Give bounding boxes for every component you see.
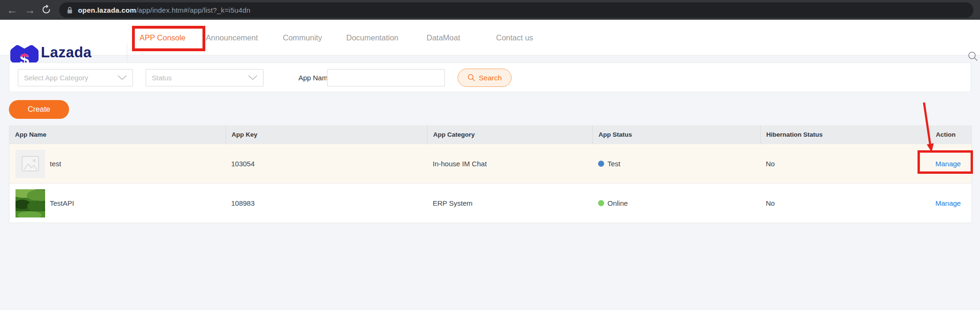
app-status-text: Test [607, 160, 621, 168]
app-name-label: App Name [291, 69, 332, 86]
nav-documentation[interactable]: Documentation [346, 20, 398, 55]
logo-title: Lazada [41, 46, 115, 60]
app-table: App Name App Key App Category App Status… [9, 125, 972, 223]
app-name-text: test [50, 160, 61, 168]
browser-reload-icon[interactable] [41, 5, 51, 15]
app-key-cell: 108983 [226, 199, 427, 207]
app-name-cell: TestAPI [9, 189, 226, 217]
header-search-icon[interactable] [968, 51, 978, 62]
app-status-cell: Online [592, 199, 760, 207]
search-button-label: Search [479, 74, 502, 82]
app-name-cell: test [9, 150, 226, 178]
app-status-cell: Test [592, 160, 760, 168]
manage-link[interactable]: Manage [935, 199, 961, 207]
col-header-hibernation-status: Hibernation Status [760, 125, 930, 144]
hibernation-status-cell: No [760, 199, 930, 207]
table-header-row: App Name App Key App Category App Status… [9, 125, 972, 144]
table-row: TestAPI 108983 ERP System Online No Mana… [9, 183, 972, 223]
status-select[interactable]: Status [146, 69, 264, 86]
app-status-text: Online [607, 199, 628, 207]
app-photo-thumbnail [16, 189, 45, 217]
app-placeholder-thumbnail [16, 150, 45, 178]
search-icon [467, 74, 475, 82]
browser-back-icon[interactable]: ← [7, 2, 17, 18]
page: ← → open.lazada.com/app/index.htm#/app/l… [0, 0, 980, 310]
chevron-down-icon [248, 75, 257, 80]
create-button[interactable]: Create [9, 100, 69, 119]
status-dot-test [598, 161, 604, 167]
lock-icon [67, 7, 73, 14]
app-name-text: TestAPI [50, 199, 74, 207]
nav-announcement[interactable]: Announcement [206, 20, 258, 55]
chevron-down-icon [117, 75, 127, 80]
app-category-placeholder: Select App Category [24, 74, 88, 82]
app-category-select[interactable]: Select App Category [18, 69, 133, 86]
url-path: /app/index.htm#/app/list?_k=i5u4dn [136, 6, 250, 14]
app-category-cell: In-house IM Chat [427, 160, 592, 168]
annotation-box-app-console [132, 26, 205, 51]
nav-datamoat[interactable]: DataMoat [427, 20, 460, 55]
address-bar[interactable]: open.lazada.com/app/index.htm#/app/list?… [59, 2, 973, 18]
status-dot-online [598, 200, 604, 206]
app-category-cell: ERP System [427, 199, 592, 207]
status-placeholder: Status [152, 74, 172, 82]
action-cell: Manage [930, 199, 972, 207]
app-name-input[interactable] [327, 69, 445, 86]
app-key-cell: 103054 [226, 160, 427, 168]
create-button-label: Create [28, 105, 50, 114]
col-header-app-key: App Key [226, 125, 427, 144]
url-host: open.lazada.com [78, 6, 136, 14]
url-text: open.lazada.com/app/index.htm#/app/list?… [78, 6, 250, 14]
col-header-app-name: App Name [9, 125, 226, 144]
nav-community[interactable]: Community [283, 20, 322, 55]
table-row: test 103054 In-house IM Chat Test No Man… [9, 144, 972, 183]
browser-forward-icon[interactable]: → [24, 2, 35, 18]
browser-toolbar: ← → open.lazada.com/app/index.htm#/app/l… [0, 0, 980, 20]
col-header-app-status: App Status [592, 125, 760, 144]
site-header: $ $ Lazada OPEN PLATFORM APP Console Ann… [0, 20, 980, 55]
annotation-arrow [917, 101, 940, 157]
filter-panel: Select App Category Status App Name Sear… [9, 62, 971, 92]
nav-contact-us[interactable]: Contact us [496, 20, 533, 55]
col-header-app-category: App Category [427, 125, 592, 144]
hibernation-status-cell: No [760, 160, 930, 168]
search-button[interactable]: Search [458, 69, 512, 87]
